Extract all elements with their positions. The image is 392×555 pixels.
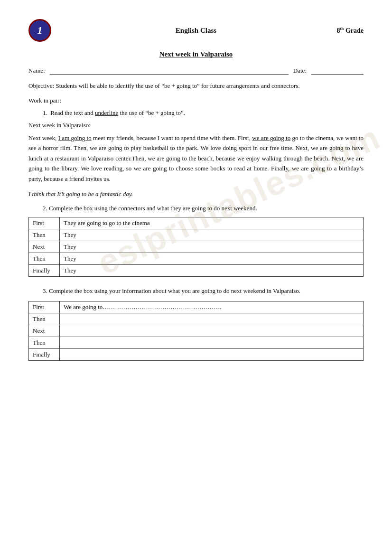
header-center-text: English Class bbox=[176, 27, 216, 35]
logo-circle: 1 bbox=[28, 19, 51, 42]
grade-label: 8th Grade bbox=[336, 26, 364, 35]
instruction-3-number: 3. bbox=[43, 287, 47, 294]
content-cell[interactable]: They bbox=[60, 264, 364, 276]
connector-cell: Then bbox=[29, 253, 60, 264]
connector-cell: Then bbox=[29, 337, 60, 348]
instruction-3-text: Complete the box using your information … bbox=[49, 287, 300, 294]
content-cell[interactable] bbox=[60, 337, 364, 348]
name-date-row: Name: Date: bbox=[28, 67, 364, 75]
content-cell: They are going to go to the cinema bbox=[60, 217, 364, 229]
instruction-1-number: 1. bbox=[43, 109, 47, 116]
name-label: Name: bbox=[28, 67, 45, 75]
table-row: ThenThey bbox=[29, 229, 364, 241]
instruction-3: 3. Complete the box using your informati… bbox=[43, 286, 364, 296]
table-row: NextThey bbox=[29, 241, 364, 253]
instruction-2-number: 2. bbox=[43, 205, 47, 212]
content-cell[interactable] bbox=[60, 313, 364, 325]
table-1: FirstThey are going to go to the cinemaT… bbox=[28, 217, 364, 277]
table-row: Then bbox=[29, 313, 364, 325]
english-class-label: English Class bbox=[176, 27, 216, 34]
work-in-pair-label: Work in pair: bbox=[28, 97, 364, 104]
objective-text: Objective: Students will be able to iden… bbox=[28, 81, 364, 91]
connector-cell: Then bbox=[29, 229, 60, 241]
table-row: ThenThey bbox=[29, 253, 364, 264]
date-input-line[interactable] bbox=[311, 67, 364, 75]
content-cell[interactable] bbox=[60, 325, 364, 337]
content-cell[interactable]: They bbox=[60, 253, 364, 264]
connector-cell: Next bbox=[29, 325, 60, 337]
table-row: Then bbox=[29, 337, 364, 348]
instruction-1-text: Read the text and underline the use of “… bbox=[50, 109, 185, 116]
section-heading: Next week in Valparaiso: bbox=[28, 122, 364, 129]
passage-underline-2: we are going to bbox=[252, 134, 290, 141]
table-row: FinallyThey bbox=[29, 264, 364, 276]
connector-cell: Then bbox=[29, 313, 60, 325]
passage: Next week, I am going to meet my friends… bbox=[28, 133, 364, 184]
connector-cell: First bbox=[29, 217, 60, 229]
table-row: FirstThey are going to go to the cinema bbox=[29, 217, 364, 229]
content-cell[interactable] bbox=[60, 348, 364, 360]
table-row: FirstWe are going to…………………………………………………. bbox=[29, 301, 364, 313]
connector-cell: Next bbox=[29, 241, 60, 253]
table-2: FirstWe are going to………………………………………………….… bbox=[28, 301, 364, 361]
logo-number: 1 bbox=[37, 24, 43, 37]
underline-word: underline bbox=[95, 109, 118, 116]
table-row: Finally bbox=[29, 348, 364, 360]
connector-cell: Finally bbox=[29, 348, 60, 360]
page-title: Next week in Valparaiso bbox=[28, 50, 364, 58]
connector-cell: Finally bbox=[29, 264, 60, 276]
conclusion-text: I think that It’s going to be a fantasti… bbox=[28, 190, 364, 198]
date-label: Date: bbox=[293, 67, 307, 75]
instruction-2-text: Complete the box using the connectors an… bbox=[49, 205, 257, 212]
content-cell[interactable]: We are going to…………………………………………………. bbox=[60, 301, 364, 313]
connector-cell: First bbox=[29, 301, 60, 313]
header: 1 English Class 8th Grade bbox=[28, 19, 364, 42]
passage-underline-1: I am going to bbox=[58, 134, 92, 141]
table-row: Next bbox=[29, 325, 364, 337]
content-cell[interactable]: They bbox=[60, 241, 364, 253]
instruction-2: 2. Complete the box using the connectors… bbox=[43, 205, 364, 212]
instruction-1: 1. Read the text and underline the use o… bbox=[43, 109, 364, 117]
content-cell[interactable]: They bbox=[60, 229, 364, 241]
name-input-line[interactable] bbox=[50, 67, 289, 75]
